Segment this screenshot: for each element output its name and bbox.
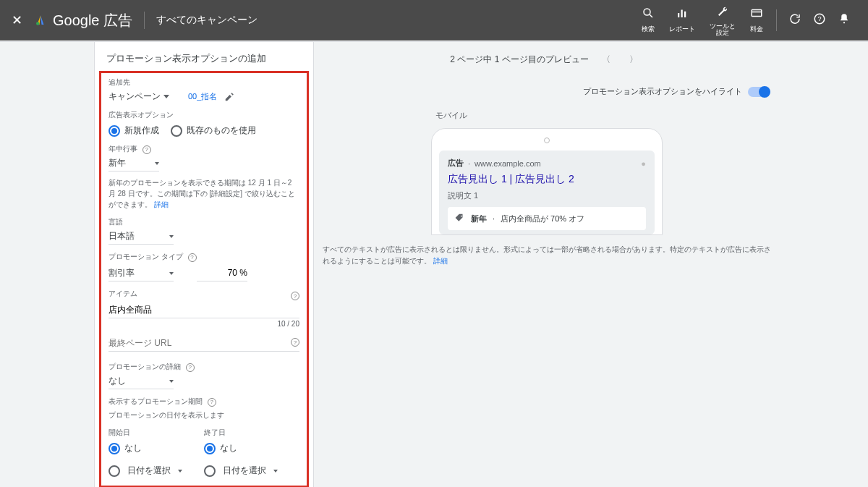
promo-type-label: プロモーション タイプ ? (109, 252, 299, 262)
info-icon[interactable]: ? (291, 292, 299, 300)
close-icon[interactable]: ✕ (12, 12, 22, 28)
highlight-toggle-label: プロモーション表示オプションをハイライト (583, 86, 742, 97)
promo-tag-name: 新年 (471, 213, 487, 224)
info-icon[interactable]: ? (188, 253, 197, 262)
svg-rect-4 (681, 10, 683, 18)
occasion-note-link[interactable]: 詳細 (154, 200, 169, 208)
ad-title: 広告見出し 1 | 広告見出し 2 (448, 173, 646, 186)
radio-new[interactable]: 新規作成 (109, 124, 159, 137)
panel-title: プロモーション表示オプションの追加 (95, 42, 313, 71)
search-tool[interactable]: 検索 (642, 7, 655, 34)
radio-off-icon (204, 465, 216, 477)
item-input[interactable] (109, 302, 299, 318)
lang-dropdown[interactable]: 日本語 (109, 230, 174, 245)
radio-off-icon (171, 125, 182, 137)
bar-chart-icon (676, 7, 689, 23)
svg-point-1 (644, 9, 650, 15)
ad-badge: 広告 (448, 158, 464, 169)
refresh-icon[interactable] (788, 12, 801, 29)
tools-tool[interactable]: ツールと 設定 (710, 5, 736, 36)
divider (776, 9, 777, 31)
prev-page-btn[interactable]: 〈 (596, 51, 616, 69)
info-icon[interactable]: ? (208, 398, 216, 407)
svg-rect-3 (678, 13, 679, 17)
svg-point-11 (461, 216, 462, 217)
promo-detail-label: プロモーションの詳細 ? (109, 362, 299, 372)
final-url-input[interactable] (109, 335, 299, 352)
promo-tag-text: 店内全商品が 70% オフ (501, 213, 584, 224)
ad-url: www.example.com (475, 159, 541, 168)
camera-icon (544, 137, 550, 143)
info-icon[interactable]: ? (186, 363, 195, 372)
logo: Google 広告 (34, 11, 132, 30)
info-dot-icon: ● (641, 159, 646, 168)
discount-value-input[interactable] (197, 265, 247, 281)
chevron-down-icon (169, 235, 174, 238)
campaign-breadcrumb[interactable]: すべてのキャンペーン (156, 14, 258, 27)
occasion-note: 新年のプロモーションを表示できる期間は 12 月 1 日～2 月 28 日です。… (109, 177, 299, 210)
pager-text: 2 ページ中 1 ページ目のプレビュー (450, 54, 588, 66)
promo-type-dropdown[interactable]: 割引率 (109, 267, 174, 281)
svg-rect-5 (684, 12, 686, 17)
radio-off-icon (109, 465, 120, 477)
lang-label: 言語 (109, 217, 299, 227)
search-icon (642, 7, 655, 23)
occasion-label: 年中行事 ? (109, 144, 299, 154)
radio-existing[interactable]: 既存のものを使用 (171, 124, 256, 137)
svg-text:?: ? (817, 15, 821, 22)
svg-rect-6 (752, 10, 762, 17)
help-icon[interactable]: ? (813, 12, 826, 29)
info-icon[interactable]: ? (291, 338, 299, 347)
chevron-down-icon (169, 272, 174, 275)
info-icon[interactable]: ? (142, 145, 151, 154)
start-none-radio[interactable]: なし (109, 442, 182, 454)
highlighted-form-area: 追加先 キャンペーン 00_指名 広告表示オプション 新規作成 (99, 71, 309, 487)
end-none-radio[interactable]: なし (204, 442, 278, 454)
google-ads-logo-icon (34, 14, 47, 27)
next-page-btn[interactable]: 〉 (624, 51, 644, 69)
divider (144, 12, 145, 29)
chevron-down-icon (169, 380, 174, 383)
ad-description: 説明文 1 (448, 190, 646, 201)
item-label: アイテム (109, 289, 299, 299)
chevron-down-icon (155, 162, 159, 165)
bell-icon[interactable] (838, 12, 851, 29)
promo-detail-dropdown[interactable]: なし (109, 375, 174, 389)
radio-on-icon (109, 443, 120, 454)
promo-tag: 新年 · 店内全商品が 70% オフ (448, 207, 646, 230)
preview-panel: 2 ページ中 1 ページ目のプレビュー 〈 〉 プロモーション表示オプションをハ… (320, 42, 868, 487)
logo-text: Google 広告 (53, 11, 132, 30)
promo-period-label: 表示するプロモーション期間 ? (109, 397, 299, 407)
start-date-label: 開始日 (109, 428, 182, 438)
end-date-label: 終了日 (204, 428, 278, 438)
report-tool[interactable]: レポート (669, 7, 695, 34)
card-icon (750, 7, 763, 23)
svg-line-2 (650, 14, 652, 17)
campaign-tag[interactable]: 00_指名 (188, 91, 217, 102)
start-select-date-radio[interactable]: 日付を選択 (109, 465, 182, 477)
disclaimer: すべてのテキストが広告に表示されるとは限りません。形式によっては一部が省略される… (320, 244, 774, 267)
add-to-dropdown[interactable]: キャンペーン (109, 90, 169, 103)
end-select-date-radio[interactable]: 日付を選択 (204, 465, 278, 477)
highlight-toggle[interactable] (748, 87, 770, 97)
extension-option-label: 広告表示オプション (109, 110, 299, 120)
radio-on-icon (109, 125, 120, 137)
item-counter: 10 / 20 (109, 320, 299, 328)
period-note: プロモーションの日付を表示します (109, 410, 299, 420)
add-to-label: 追加先 (109, 77, 299, 88)
chevron-down-icon (163, 95, 169, 98)
chevron-down-icon (178, 470, 182, 473)
radio-on-icon (204, 443, 216, 454)
chevron-down-icon (273, 470, 278, 473)
tag-icon (455, 213, 465, 224)
billing-tool[interactable]: 料金 (750, 7, 763, 34)
svg-point-10 (843, 22, 845, 23)
occasion-dropdown[interactable]: 新年 (109, 157, 159, 171)
pencil-icon[interactable] (224, 91, 234, 102)
wrench-icon (716, 5, 729, 22)
svg-point-0 (36, 22, 40, 25)
left-panel: プロモーション表示オプションの追加 追加先 キャンペーン 00_指名 広告表示オ… (94, 42, 314, 487)
device-label: モバイル (435, 110, 774, 121)
phone-mockup: 広告 · www.example.com ● 広告見出し 1 | 広告見出し 2… (431, 128, 663, 235)
disclaimer-link[interactable]: 詳細 (433, 257, 448, 265)
